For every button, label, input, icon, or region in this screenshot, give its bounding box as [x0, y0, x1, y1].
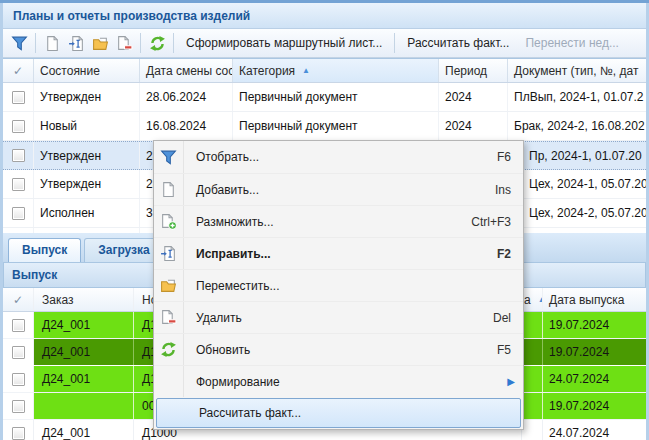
move-button[interactable]	[88, 31, 112, 55]
cell-state: Утвержден	[34, 170, 140, 198]
empty-icon-cell	[157, 399, 187, 427]
cell-document: Брак, 2024-2, 16.08.202	[508, 112, 646, 140]
plans-table-header: ✓ Состояние Дата смены сост Категория▲ П…	[3, 59, 646, 83]
checkbox[interactable]	[12, 427, 25, 440]
menu-item-delete[interactable]: Удалить Del	[154, 301, 523, 333]
cell-sorted	[522, 420, 543, 440]
column-header-sorted[interactable]: а▲	[522, 288, 543, 311]
select-all-header[interactable]: ✓	[3, 288, 34, 311]
page-title: Планы и отчеты производства изделий	[13, 9, 250, 23]
cell-sorted	[522, 366, 543, 392]
cell-period: 2024	[439, 112, 508, 140]
menu-item-duplicate[interactable]: Размножить... Ctrl+F3	[154, 205, 523, 237]
cell-order	[34, 393, 134, 419]
add-document-icon	[44, 35, 61, 52]
menu-item-filter[interactable]: Отобрать... F6	[154, 141, 523, 173]
edit-document-icon	[154, 238, 184, 269]
cell-release-date: 19.07.2024	[543, 339, 646, 365]
checkbox[interactable]	[12, 178, 25, 191]
cell-order: Д24_001	[34, 420, 134, 440]
cell-sorted	[522, 312, 543, 338]
cell-state: Исполнен	[34, 199, 140, 227]
checkbox[interactable]	[12, 149, 25, 162]
make-route-list-button[interactable]: Сформировать маршрутный лист...	[178, 33, 390, 53]
edit-button[interactable]	[64, 31, 88, 55]
table-row[interactable]: Утвержден 28.06.2024 Первичный документ …	[3, 83, 646, 112]
column-header-change-date[interactable]: Дата смены сост	[140, 59, 233, 82]
delete-button[interactable]	[112, 31, 136, 55]
column-header-period[interactable]: Период	[439, 59, 508, 82]
checkbox[interactable]	[12, 373, 25, 386]
cell-release-date: 19.07.2024	[543, 393, 646, 419]
menu-item-edit[interactable]: Исправить... F2	[154, 237, 523, 269]
column-header-release-date[interactable]: Дата выпуска	[543, 288, 646, 311]
cell-document: ПлВып, 2024-1, 01.07.2	[508, 83, 646, 111]
cell-release-date: 19.07.2024	[543, 312, 646, 338]
table-row[interactable]: Новый 16.08.2024 Первичный документ 2024…	[3, 112, 646, 141]
filter-icon	[154, 141, 184, 173]
shortcut-label: Ctrl+F3	[471, 215, 511, 229]
toolbar-separator	[173, 33, 174, 53]
delete-document-icon	[154, 302, 184, 333]
column-header-document[interactable]: Документ (тип, №, дат	[508, 59, 646, 82]
calc-fact-button[interactable]: Рассчитать факт...	[399, 33, 517, 53]
row-checkbox-cell	[3, 420, 34, 440]
cell-order: Д24_001	[34, 366, 134, 392]
add-button[interactable]	[40, 31, 64, 55]
menu-item-add[interactable]: Добавить... Ins	[154, 173, 523, 205]
cell-sorted	[522, 339, 543, 365]
menu-item-refresh[interactable]: Обновить F5	[154, 333, 523, 365]
cell-category: Первичный документ	[233, 112, 439, 140]
refresh-button[interactable]	[145, 31, 169, 55]
checkbox[interactable]	[12, 400, 25, 413]
checkbox[interactable]	[12, 207, 25, 220]
context-menu: Отобрать... F6 Добавить... Ins Размножит…	[153, 140, 524, 430]
cell-state: Новый	[34, 112, 140, 140]
filter-button[interactable]	[7, 31, 31, 55]
cell-document: Цех, 2024-1, 05.07.20	[508, 170, 646, 198]
move-folder-icon	[154, 270, 184, 301]
shortcut-label: F2	[497, 247, 511, 261]
check-icon: ✓	[13, 64, 23, 78]
select-all-header[interactable]: ✓	[3, 59, 34, 82]
tab-zagruzka[interactable]: Загрузка	[84, 238, 164, 262]
shortcut-label: Ins	[495, 183, 511, 197]
cell-state: Утвержден	[34, 83, 140, 111]
empty-icon-cell	[154, 366, 184, 397]
checkbox[interactable]	[12, 120, 25, 133]
cell-order: Д24_001	[34, 339, 134, 365]
row-checkbox-cell	[3, 312, 34, 338]
cell-release-date: 24.07.2024	[543, 366, 646, 392]
sort-ascending-icon: ▲	[302, 66, 310, 75]
add-document-icon	[154, 174, 184, 205]
cell-document: Пр, 2024-1, 01.07.20	[508, 142, 646, 169]
tab-vypusk[interactable]: Выпуск	[8, 238, 81, 262]
cell-release-date: 24.07.2024	[543, 420, 646, 440]
cell-order: Д24_001	[34, 312, 134, 338]
row-checkbox-cell	[3, 142, 34, 169]
checkbox[interactable]	[12, 346, 25, 359]
menu-item-formation[interactable]: Формирование ▶	[154, 365, 523, 397]
cell-state: Утвержден	[34, 142, 140, 169]
shortcut-label: Del	[493, 311, 511, 325]
toolbar: Сформировать маршрутный лист... Рассчита…	[3, 29, 646, 58]
shortcut-label: F5	[497, 343, 511, 357]
row-checkbox-cell	[3, 393, 34, 419]
chevron-right-icon: ▶	[507, 376, 515, 387]
row-checkbox-cell	[3, 339, 34, 365]
refresh-icon	[154, 334, 184, 365]
column-header-category[interactable]: Категория▲	[233, 59, 439, 82]
menu-item-move[interactable]: Переместить...	[154, 269, 523, 301]
refresh-icon	[149, 35, 166, 52]
checkbox[interactable]	[12, 319, 25, 332]
menu-item-calc-fact[interactable]: Рассчитать факт...	[156, 398, 521, 428]
row-checkbox-cell	[3, 366, 34, 392]
shortcut-label: F6	[497, 150, 511, 164]
filter-icon	[11, 35, 28, 52]
edit-document-icon	[68, 35, 85, 52]
title-bar: Планы и отчеты производства изделий	[3, 3, 646, 29]
column-header-order[interactable]: Заказ	[34, 288, 134, 311]
column-header-state[interactable]: Состояние	[34, 59, 140, 82]
row-checkbox-cell	[3, 170, 34, 198]
checkbox[interactable]	[12, 91, 25, 104]
